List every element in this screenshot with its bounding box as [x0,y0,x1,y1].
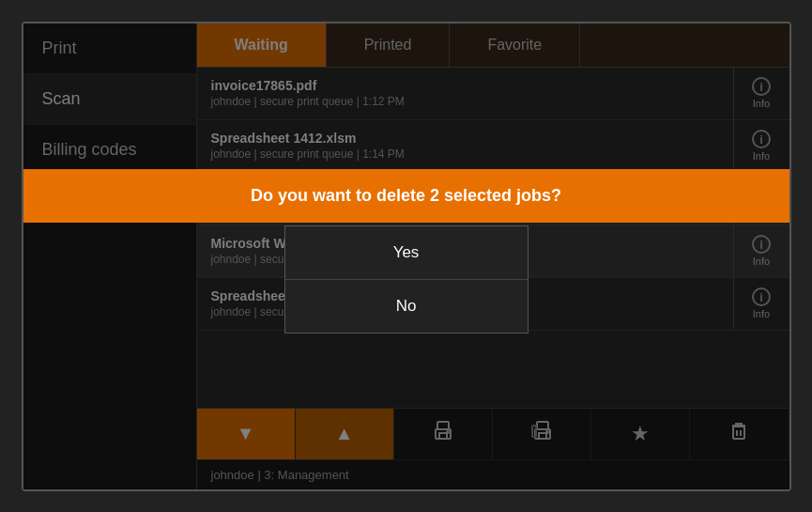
main-window: Print Scan Billing codes Waiting Printed… [22,22,791,491]
dialog-message: Do you want to delete 2 selected jobs? [251,186,561,205]
dialog-buttons: Yes No [284,225,529,334]
dialog-yes-button[interactable]: Yes [285,226,528,280]
dialog-no-button[interactable]: No [285,280,528,333]
dialog-overlay: Do you want to delete 2 selected jobs? Y… [23,23,789,489]
dialog-banner: Do you want to delete 2 selected jobs? [23,169,789,223]
